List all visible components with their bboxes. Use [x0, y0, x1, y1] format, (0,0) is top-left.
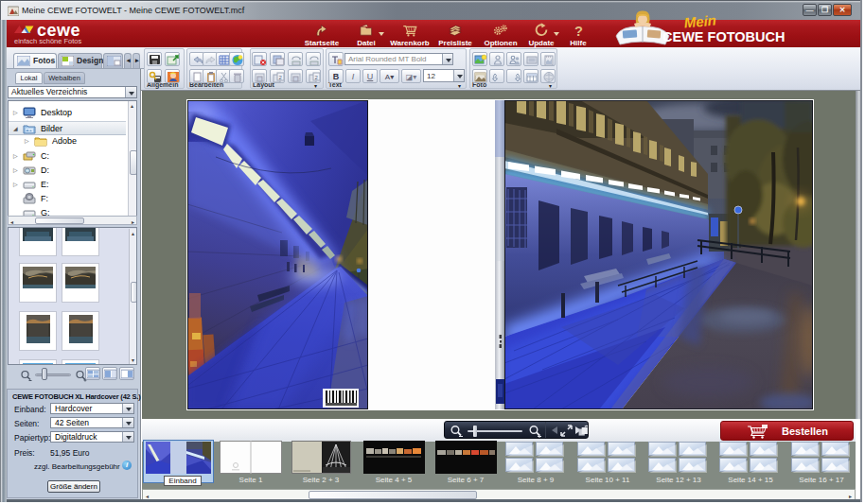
svg-text:Mein: Mein	[683, 12, 717, 31]
svg-text:CEWE FOTOBUCH: CEWE FOTOBUCH	[662, 29, 785, 44]
svg-text:einfach schöne Fotos: einfach schöne Fotos	[14, 37, 82, 45]
svg-text:?: ?	[574, 24, 583, 38]
